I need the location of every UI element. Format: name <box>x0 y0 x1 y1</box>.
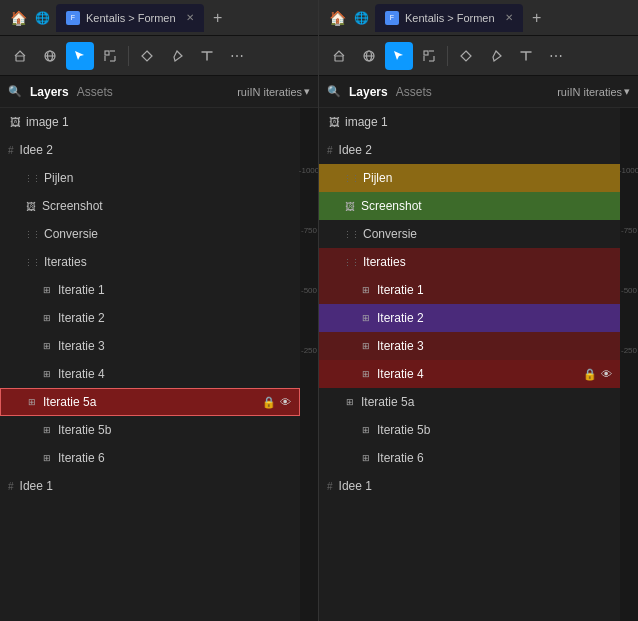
toolbar-left: ⋯ <box>0 36 318 76</box>
tab-favicon-right: F <box>385 11 399 25</box>
layer-pijlen-left[interactable]: Pijlen <box>0 164 300 192</box>
tab-item-right[interactable]: F Kentalis > Formen ✕ <box>375 4 523 32</box>
tool-text-right[interactable] <box>512 42 540 70</box>
comp-icon-it6-left: ⊞ <box>40 451 54 465</box>
tab-add-right[interactable]: + <box>527 8 547 28</box>
layer-idee1-right[interactable]: # Idee 1 <box>319 472 620 500</box>
image-icon-1-right: 🖼 <box>327 115 341 129</box>
layer-iteratie4-left[interactable]: ⊞ Iteratie 4 <box>0 360 300 388</box>
layer-iteratie5a-right[interactable]: ⊞ Iteratie 5a <box>319 388 620 416</box>
layer-name-it6-right: Iteratie 6 <box>377 451 612 465</box>
tab-close-left[interactable]: ✕ <box>186 12 194 23</box>
layer-iteratie1-right[interactable]: ⊞ Iteratie 1 <box>319 276 620 304</box>
image-icon-screenshot-right: 🖼 <box>343 199 357 213</box>
dots-icon-pijlen-right <box>343 171 359 185</box>
tab-item-left[interactable]: F Kentalis > Formen ✕ <box>56 4 204 32</box>
layer-idee2-right[interactable]: # Idee 2 <box>319 136 620 164</box>
dots-icon-conversie-left <box>24 227 40 241</box>
layer-screenshot-left[interactable]: 🖼 Screenshot <box>0 192 300 220</box>
layer-image1-right[interactable]: 🖼 image 1 <box>319 108 620 136</box>
layer-idee2-left[interactable]: # Idee 2 <box>0 136 300 164</box>
svg-rect-4 <box>105 51 109 55</box>
layer-iteratie4-right[interactable]: ⊞ Iteratie 4 🔒 👁 <box>319 360 620 388</box>
tab-title-left: Kentalis > Formen <box>86 12 176 24</box>
iterations-chevron-right: ▾ <box>624 85 630 98</box>
tab-add-left[interactable]: + <box>208 8 228 28</box>
dots-icon-pijlen-left <box>24 171 40 185</box>
layer-iteratie2-right[interactable]: ⊞ Iteratie 2 <box>319 304 620 332</box>
globe-icon-right[interactable]: 🌐 <box>351 8 371 28</box>
dots-icon-iteraties-left <box>24 255 40 269</box>
tool-component-left[interactable] <box>133 42 161 70</box>
layer-pijlen-right[interactable]: Pijlen <box>319 164 620 192</box>
iterations-btn-left[interactable]: ruiIN iteraties ▾ <box>237 85 310 98</box>
tool-pen-left[interactable] <box>163 42 191 70</box>
layer-name-conversie-left: Conversie <box>44 227 292 241</box>
layer-idee1-left[interactable]: # Idee 1 <box>0 472 300 500</box>
lock-icon-it5a-left[interactable]: 🔒 <box>262 396 276 409</box>
search-icon-left[interactable]: 🔍 <box>8 85 22 98</box>
tab-bar-right: 🏠 🌐 F Kentalis > Formen ✕ + <box>319 0 638 36</box>
layers-tab-left[interactable]: Layers <box>30 85 69 99</box>
layer-name-it6-left: Iteratie 6 <box>58 451 292 465</box>
tool-component-right[interactable] <box>452 42 480 70</box>
eye-icon-it5a-left[interactable]: 👁 <box>280 396 291 408</box>
tool-globe-left[interactable] <box>36 42 64 70</box>
home-icon-right[interactable]: 🏠 <box>327 8 347 28</box>
tool-frame-left[interactable] <box>96 42 124 70</box>
tool-extra-left[interactable]: ⋯ <box>223 42 251 70</box>
layer-iteratie5b-right[interactable]: ⊞ Iteratie 5b <box>319 416 620 444</box>
layer-iteratie5b-left[interactable]: ⊞ Iteratie 5b <box>0 416 300 444</box>
layer-iteraties-right[interactable]: Iteraties <box>319 248 620 276</box>
layer-name-it5b-left: Iteratie 5b <box>58 423 292 437</box>
assets-tab-right[interactable]: Assets <box>396 85 432 99</box>
layer-screenshot-right[interactable]: 🖼 Screenshot <box>319 192 620 220</box>
layer-name-it2-right: Iteratie 2 <box>377 311 612 325</box>
layer-name-screenshot-left: Screenshot <box>42 199 292 213</box>
layer-tree-left: 🖼 image 1 # Idee 2 Pijlen 🖼 Screenshot C <box>0 108 300 621</box>
layer-conversie-left[interactable]: Conversie <box>0 220 300 248</box>
layer-iteraties-left[interactable]: Iteraties <box>0 248 300 276</box>
layer-name-image1-right: image 1 <box>345 115 612 129</box>
lock-icon-it4-right[interactable]: 🔒 <box>583 368 597 381</box>
layer-image1-left[interactable]: 🖼 image 1 <box>0 108 300 136</box>
layer-iteratie5a-left[interactable]: ⊞ Iteratie 5a 🔒 👁 <box>0 388 300 416</box>
right-panel: 🏠 🌐 F Kentalis > Formen ✕ + <box>319 0 638 621</box>
comp-icon-it3-left: ⊞ <box>40 339 54 353</box>
tool-globe-right[interactable] <box>355 42 383 70</box>
tool-text-left[interactable] <box>193 42 221 70</box>
layer-iteratie6-left[interactable]: ⊞ Iteratie 6 <box>0 444 300 472</box>
layers-tab-right[interactable]: Layers <box>349 85 388 99</box>
tool-frame-right[interactable] <box>415 42 443 70</box>
tab-close-right[interactable]: ✕ <box>505 12 513 23</box>
comp-icon-it3-right: ⊞ <box>359 339 373 353</box>
home-icon[interactable]: 🏠 <box>8 8 28 28</box>
assets-tab-left[interactable]: Assets <box>77 85 113 99</box>
layer-name-idee1-left: Idee 1 <box>20 479 53 493</box>
tool-home-right[interactable] <box>325 42 353 70</box>
tool-divider-1 <box>128 46 129 66</box>
comp-icon-it5a-right: ⊞ <box>343 395 357 409</box>
layer-iteratie3-left[interactable]: ⊞ Iteratie 3 <box>0 332 300 360</box>
tool-extra-right[interactable]: ⋯ <box>542 42 570 70</box>
search-icon-right[interactable]: 🔍 <box>327 85 341 98</box>
globe-icon[interactable]: 🌐 <box>32 8 52 28</box>
tool-pen-right[interactable] <box>482 42 510 70</box>
tool-home-left[interactable] <box>6 42 34 70</box>
layer-iteratie1-left[interactable]: ⊞ Iteratie 1 <box>0 276 300 304</box>
iterations-btn-right[interactable]: ruiIN iteraties ▾ <box>557 85 630 98</box>
layer-name-screenshot-right: Screenshot <box>361 199 612 213</box>
eye-icon-it4-right[interactable]: 👁 <box>601 368 612 380</box>
tool-cursor-left[interactable] <box>66 42 94 70</box>
ruler-mark-500-right: -500 <box>620 260 638 320</box>
ruler-right-right: -1000 -750 -500 -250 <box>620 108 638 621</box>
tool-cursor-right[interactable] <box>385 42 413 70</box>
ruler-mark-500-left: -500 <box>300 260 318 320</box>
layer-iteratie3-right[interactable]: ⊞ Iteratie 3 <box>319 332 620 360</box>
layer-iteratie6-right[interactable]: ⊞ Iteratie 6 <box>319 444 620 472</box>
dots-icon-conversie-right <box>343 227 359 241</box>
layer-name-pijlen-right: Pijlen <box>363 171 612 185</box>
layer-name-it3-left: Iteratie 3 <box>58 339 292 353</box>
layer-conversie-right[interactable]: Conversie <box>319 220 620 248</box>
layer-iteratie2-left[interactable]: ⊞ Iteratie 2 <box>0 304 300 332</box>
